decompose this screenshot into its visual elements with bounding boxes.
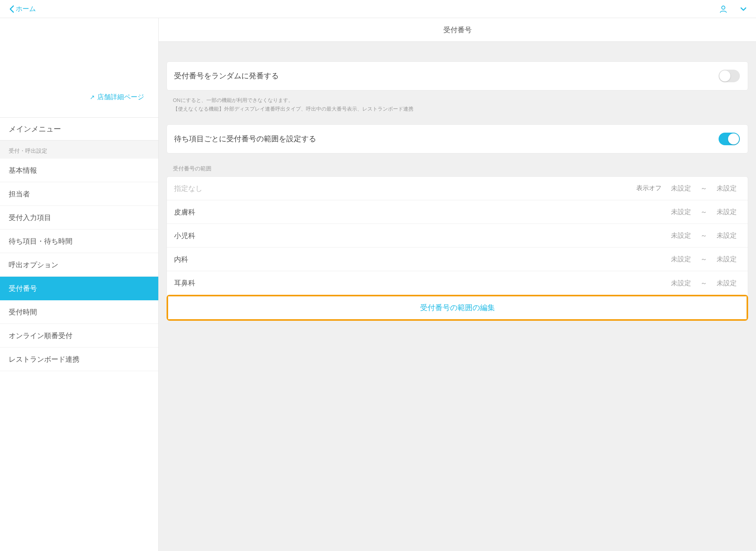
range-row-name: 小児科 [174,231,671,240]
range-row-name: 耳鼻科 [174,278,671,288]
random-number-setting: 受付番号をランダムに発番する [167,61,748,91]
range-from: 未設定 [671,184,691,193]
range-row-4[interactable]: 耳鼻科未設定～未設定 [167,271,748,295]
help-line-2: 【使えなくなる機能】外部ディスプレイ連番呼出タイプ、呼出中の最大番号表示、レスト… [173,105,748,113]
edit-range-button[interactable]: 受付番号の範囲の編集 [168,296,747,319]
range-row-3[interactable]: 内科未設定～未設定 [167,248,748,271]
toggle-knob [728,133,739,144]
edit-button-highlight: 受付番号の範囲の編集 [167,295,748,321]
range-to: 未設定 [717,279,737,288]
range-separator: ～ [700,207,707,216]
range-to: 未設定 [717,231,737,240]
sidebar-item-3[interactable]: 待ち項目・待ち時間 [0,229,158,253]
back-button[interactable]: ホーム [9,4,36,13]
range-row-1[interactable]: 皮膚科未設定～未設定 [167,200,748,224]
range-per-item-toggle[interactable] [719,133,740,145]
sidebar-item-0[interactable]: 基本情報 [0,159,158,182]
store-detail-link[interactable]: ↗ 店舗詳細ページ [90,92,144,102]
chevron-down-icon[interactable] [740,7,747,11]
random-number-toggle[interactable] [719,70,740,82]
range-per-item-setting: 待ち項目ごとに受付番号の範囲を設定する [167,124,748,153]
help-line-1: ONにすると、一部の機能が利用できなくなります。 [173,96,748,105]
user-icon[interactable] [719,5,728,13]
store-detail-label: 店舗詳細ページ [97,92,144,102]
header-right [719,5,747,13]
main-menu-label: メインメニュー [9,124,61,134]
sidebar-item-2[interactable]: 受付入力項目 [0,206,158,229]
range-separator: ～ [700,279,707,288]
random-number-help: ONにすると、一部の機能が利用できなくなります。 【使えなくなる機能】外部ディス… [159,91,756,113]
back-label: ホーム [16,4,36,13]
sidebar-item-label: 担当者 [9,189,30,199]
toggle-knob [719,70,730,81]
random-number-label: 受付番号をランダムに発番する [174,71,279,81]
sidebar-item-label: 待ち項目・待ち時間 [9,237,72,246]
range-to: 未設定 [717,184,737,193]
content-area: 受付番号 受付番号をランダムに発番する ONにすると、一部の機能が利用できなくな… [159,18,756,551]
sidebar-item-5[interactable]: 受付番号 [0,277,158,300]
sidebar-item-1[interactable]: 担当者 [0,182,158,206]
range-separator: ～ [700,184,707,193]
external-link-icon: ↗ [90,94,95,101]
range-display-off: 表示オフ [636,184,662,192]
sidebar-item-label: 呼出オプション [9,260,58,270]
sidebar-section-title: 受付・呼出設定 [0,141,158,159]
main-menu-button[interactable]: メインメニュー [0,118,158,141]
sidebar-item-label: 受付番号 [9,284,37,293]
range-row-2[interactable]: 小児科未設定～未設定 [167,224,748,248]
svg-point-0 [722,6,725,9]
range-from: 未設定 [671,207,691,216]
sidebar-item-label: オンライン順番受付 [9,331,72,340]
app-header: ホーム [0,0,756,18]
content-title: 受付番号 [159,18,756,42]
sidebar-item-8[interactable]: レストランボード連携 [0,348,158,371]
sidebar-item-label: 基本情報 [9,166,37,175]
range-row-0[interactable]: 指定なし表示オフ未設定～未設定 [167,177,748,200]
range-section-title: 受付番号の範囲 [159,153,756,176]
chevron-back-icon [9,5,14,13]
sidebar-item-label: 受付時間 [9,307,37,317]
sidebar-item-label: レストランボード連携 [9,355,80,364]
range-separator: ～ [700,255,707,264]
sidebar-item-6[interactable]: 受付時間 [0,300,158,324]
range-to: 未設定 [717,207,737,216]
range-per-item-label: 待ち項目ごとに受付番号の範囲を設定する [174,134,316,144]
store-pane: ↗ 店舗詳細ページ [0,18,158,118]
range-separator: ～ [700,231,707,240]
sidebar-item-7[interactable]: オンライン順番受付 [0,324,158,348]
range-from: 未設定 [671,231,691,240]
sidebar: ↗ 店舗詳細ページ メインメニュー 受付・呼出設定 基本情報担当者受付入力項目待… [0,18,159,551]
range-row-name: 指定なし [174,184,636,193]
edit-range-button-label: 受付番号の範囲の編集 [420,303,495,313]
range-row-name: 内科 [174,255,671,264]
range-to: 未設定 [717,255,737,264]
range-from: 未設定 [671,279,691,288]
sidebar-item-label: 受付入力項目 [9,213,51,222]
range-table: 指定なし表示オフ未設定～未設定皮膚科未設定～未設定小児科未設定～未設定内科未設定… [167,176,748,295]
range-from: 未設定 [671,255,691,264]
range-row-name: 皮膚科 [174,207,671,217]
sidebar-item-4[interactable]: 呼出オプション [0,253,158,277]
